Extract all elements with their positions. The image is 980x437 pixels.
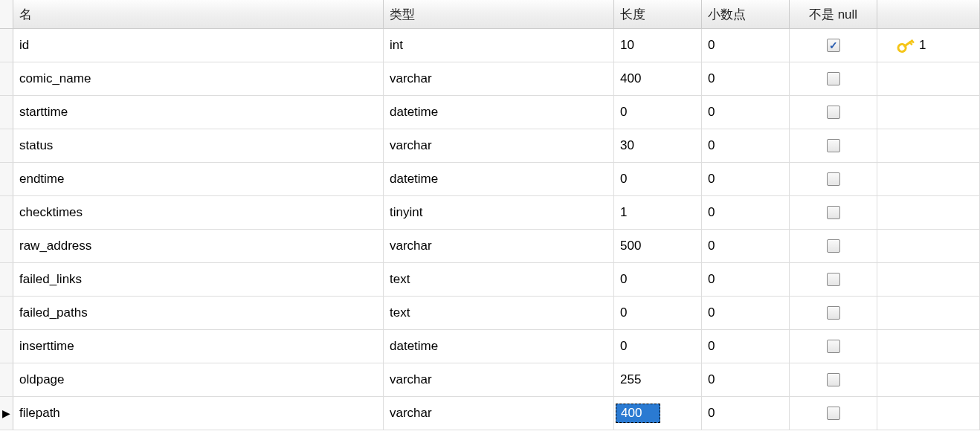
cell-primary-key[interactable] (877, 363, 980, 396)
header-type[interactable]: 类型 (384, 0, 614, 28)
header-decimals[interactable]: 小数点 (702, 0, 790, 28)
table-row[interactable]: idint100 1 (0, 29, 980, 62)
cell-not-null[interactable] (790, 196, 877, 229)
cell-field-name[interactable]: failed_paths (13, 297, 384, 329)
cell-field-type[interactable]: text (384, 263, 614, 296)
cell-field-name[interactable]: checktimes (13, 196, 384, 229)
cell-primary-key[interactable] (877, 62, 980, 95)
cell-field-name[interactable]: filepath (13, 397, 384, 430)
cell-field-name[interactable]: oldpage (13, 363, 384, 396)
cell-field-type[interactable]: varchar (384, 62, 614, 95)
not-null-checkbox[interactable] (827, 407, 840, 420)
cell-field-length[interactable]: 10 (614, 29, 702, 62)
cell-primary-key[interactable] (877, 163, 980, 195)
cell-primary-key[interactable] (877, 397, 980, 430)
cell-field-type[interactable]: text (384, 297, 614, 329)
cell-not-null[interactable] (790, 62, 877, 95)
cell-primary-key[interactable] (877, 96, 980, 129)
cell-field-decimals[interactable]: 0 (702, 163, 790, 195)
header-notnull[interactable]: 不是 null (790, 0, 877, 28)
cell-field-length[interactable]: 0 (614, 297, 702, 329)
cell-field-name[interactable]: comic_name (13, 62, 384, 95)
not-null-checkbox[interactable] (827, 273, 840, 286)
cell-not-null[interactable] (790, 163, 877, 195)
not-null-checkbox[interactable] (827, 206, 840, 219)
row-gutter[interactable] (0, 62, 13, 95)
cell-field-type[interactable]: tinyint (384, 196, 614, 229)
cell-field-type[interactable]: varchar (384, 397, 614, 430)
cell-field-type[interactable]: varchar (384, 363, 614, 396)
row-gutter[interactable] (0, 196, 13, 229)
header-key[interactable] (877, 0, 980, 28)
cell-primary-key[interactable]: 1 (877, 29, 980, 62)
cell-not-null[interactable] (790, 129, 877, 162)
cell-primary-key[interactable] (877, 196, 980, 229)
cell-primary-key[interactable] (877, 230, 980, 262)
not-null-checkbox[interactable] (827, 139, 840, 152)
cell-not-null[interactable] (790, 330, 877, 363)
row-gutter[interactable] (0, 163, 13, 195)
cell-field-type[interactable]: varchar (384, 230, 614, 262)
not-null-checkbox[interactable] (827, 39, 840, 52)
selected-editing-cell[interactable]: 400 (616, 404, 660, 423)
cell-field-length[interactable]: 0 (614, 163, 702, 195)
table-row[interactable]: endtimedatetime00 (0, 163, 980, 196)
row-gutter[interactable] (0, 263, 13, 296)
cell-field-name[interactable]: id (13, 29, 384, 62)
cell-primary-key[interactable] (877, 129, 980, 162)
table-row[interactable]: ▶filepathvarchar4000 (0, 397, 980, 430)
not-null-checkbox[interactable] (827, 72, 840, 85)
cell-field-decimals[interactable]: 0 (702, 129, 790, 162)
header-name[interactable]: 名 (13, 0, 384, 28)
table-row[interactable]: oldpagevarchar2550 (0, 363, 980, 397)
cell-field-decimals[interactable]: 0 (702, 62, 790, 95)
cell-field-decimals[interactable]: 0 (702, 297, 790, 329)
not-null-checkbox[interactable] (827, 239, 840, 253)
row-gutter[interactable] (0, 96, 13, 129)
cell-not-null[interactable] (790, 397, 877, 430)
table-row[interactable]: starttimedatetime00 (0, 96, 980, 129)
row-gutter[interactable] (0, 29, 13, 62)
cell-field-decimals[interactable]: 0 (702, 96, 790, 129)
cell-field-decimals[interactable]: 0 (702, 196, 790, 229)
row-gutter[interactable] (0, 363, 13, 396)
header-length[interactable]: 长度 (614, 0, 702, 28)
cell-field-decimals[interactable]: 0 (702, 263, 790, 296)
cell-field-name[interactable]: raw_address (13, 230, 384, 262)
cell-field-name[interactable]: failed_links (13, 263, 384, 296)
cell-field-decimals[interactable]: 0 (702, 330, 790, 363)
not-null-checkbox[interactable] (827, 306, 840, 320)
cell-field-decimals[interactable]: 0 (702, 29, 790, 62)
not-null-checkbox[interactable] (827, 340, 840, 353)
not-null-checkbox[interactable] (827, 373, 840, 386)
cell-field-length[interactable]: 255 (614, 363, 702, 396)
cell-field-type[interactable]: int (384, 29, 614, 62)
cell-field-length[interactable]: 30 (614, 129, 702, 162)
row-gutter[interactable] (0, 129, 13, 162)
table-row[interactable]: raw_addressvarchar5000 (0, 230, 980, 263)
table-row[interactable]: statusvarchar300 (0, 129, 980, 163)
row-gutter[interactable] (0, 230, 13, 262)
cell-field-decimals[interactable]: 0 (702, 397, 790, 430)
cell-field-name[interactable]: inserttime (13, 330, 384, 363)
cell-not-null[interactable] (790, 96, 877, 129)
cell-field-length[interactable]: 0 (614, 330, 702, 363)
cell-field-length[interactable]: 500 (614, 230, 702, 262)
row-gutter[interactable] (0, 297, 13, 329)
cell-field-type[interactable]: datetime (384, 163, 614, 195)
cell-field-length[interactable]: 400 (614, 397, 702, 430)
cell-not-null[interactable] (790, 29, 877, 62)
cell-field-length[interactable]: 1 (614, 196, 702, 229)
cell-field-decimals[interactable]: 0 (702, 363, 790, 396)
cell-primary-key[interactable] (877, 297, 980, 329)
cell-field-type[interactable]: datetime (384, 96, 614, 129)
table-row[interactable]: comic_namevarchar4000 (0, 62, 980, 96)
cell-field-length[interactable]: 0 (614, 96, 702, 129)
cell-not-null[interactable] (790, 297, 877, 329)
cell-field-name[interactable]: status (13, 129, 384, 162)
cell-not-null[interactable] (790, 230, 877, 262)
row-gutter[interactable] (0, 330, 13, 363)
row-gutter[interactable]: ▶ (0, 397, 13, 430)
table-row[interactable]: failed_pathstext00 (0, 297, 980, 330)
table-row[interactable]: inserttimedatetime00 (0, 330, 980, 363)
